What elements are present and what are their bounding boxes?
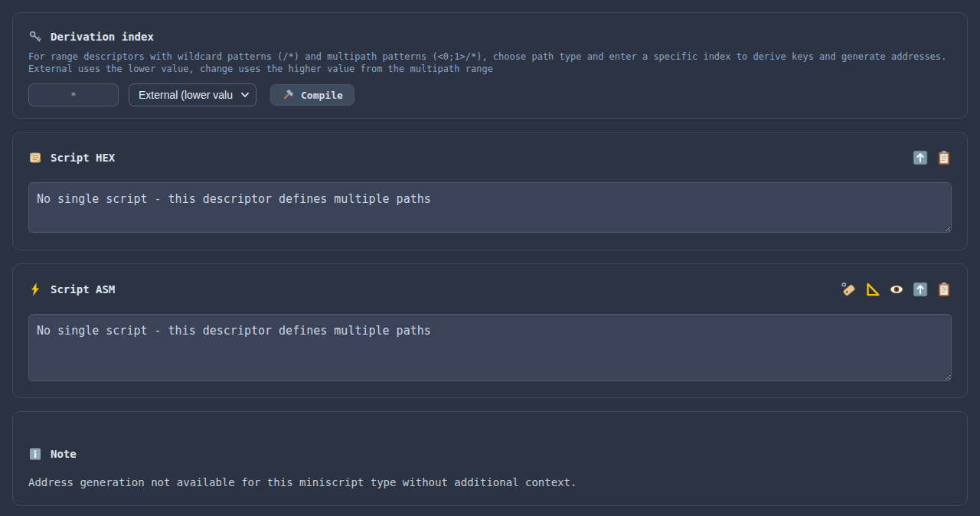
note-header: Note <box>28 446 952 462</box>
clipboard-icon <box>936 150 952 165</box>
derivation-controls: External (lower value) Compile <box>28 83 952 106</box>
script-asm-textarea[interactable]: No single script - this descriptor defin… <box>28 314 952 381</box>
derivation-index-title: Derivation index <box>51 31 154 44</box>
eye-icon <box>889 282 904 297</box>
compile-button[interactable]: Compile <box>270 84 354 106</box>
upload-icon <box>913 282 928 297</box>
script-hex-panel: Script HEX No single script - this descr… <box>12 132 968 250</box>
derivation-description: For range descriptors with wildcard patt… <box>28 51 952 75</box>
note-panel: Note Address generation not available fo… <box>12 411 968 506</box>
script-hex-actions <box>913 150 952 165</box>
info-icon <box>28 447 42 461</box>
asm-tag-button[interactable] <box>841 282 857 297</box>
script-hex-title: Script HEX <box>51 152 115 165</box>
derivation-description-line2: External uses the lower value, change us… <box>28 63 952 75</box>
asm-copy-button[interactable] <box>936 282 952 297</box>
asm-ruler-button[interactable] <box>865 282 880 297</box>
hex-upload-button[interactable] <box>913 150 928 165</box>
script-asm-actions <box>841 282 952 297</box>
asm-upload-button[interactable] <box>913 282 928 297</box>
derivation-index-panel: Derivation index For range descriptors w… <box>12 12 968 119</box>
hex-copy-button[interactable] <box>936 150 952 165</box>
note-body: Address generation not available for thi… <box>28 476 952 488</box>
script-asm-header: Script ASM <box>28 281 952 298</box>
hammer-icon <box>282 89 294 101</box>
lightning-icon <box>28 282 42 296</box>
upload-icon <box>913 150 928 165</box>
script-hex-header: Script HEX <box>28 149 952 166</box>
scroll-icon <box>28 151 42 165</box>
clipboard-icon <box>936 282 952 297</box>
asm-eye-button[interactable] <box>889 282 904 297</box>
script-hex-textarea[interactable]: No single script - this descriptor defin… <box>28 182 952 233</box>
key-icon <box>28 30 42 44</box>
script-asm-panel: Script ASM <box>12 263 968 398</box>
script-asm-title: Script ASM <box>51 283 115 296</box>
derivation-description-line1: For range descriptors with wildcard patt… <box>28 51 952 63</box>
note-title: Note <box>51 448 77 461</box>
triangle-ruler-icon <box>865 282 880 297</box>
derivation-index-header: Derivation index <box>28 28 952 45</box>
path-type-select[interactable]: External (lower value) <box>129 83 256 106</box>
derivation-index-input[interactable] <box>28 83 119 106</box>
compile-button-label: Compile <box>301 90 343 101</box>
path-type-select-wrap: External (lower value) <box>129 83 256 106</box>
tag-icon <box>841 282 857 297</box>
